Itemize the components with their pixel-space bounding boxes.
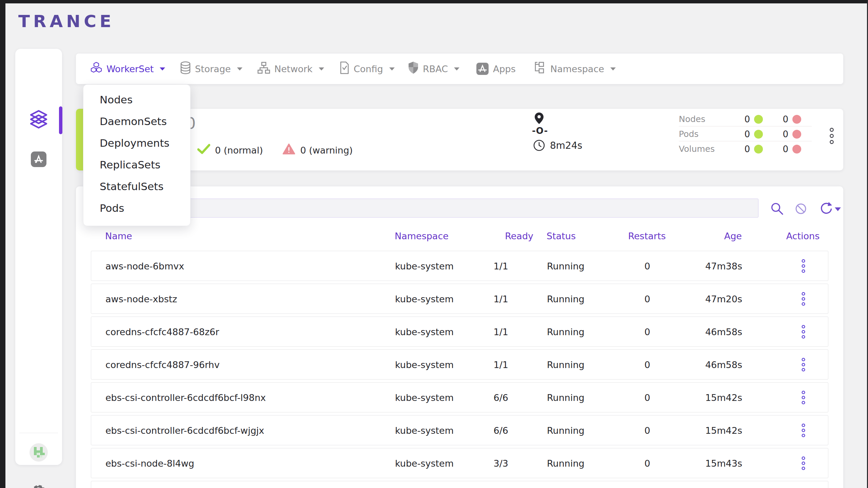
apps-icon: [476, 62, 489, 75]
column-header-ready[interactable]: Ready: [482, 226, 533, 246]
stat-row: Pods 0 0: [679, 126, 812, 141]
pod-age: 47m38s: [681, 251, 742, 281]
pod-status: Running: [547, 251, 622, 281]
table-row[interactable]: ebs-csi-controller-6cdcdf6bcf-l98nx kube…: [91, 382, 828, 412]
refresh-caret-icon[interactable]: [835, 207, 841, 211]
pod-ready: 1/1: [457, 284, 508, 314]
pod-age: 47m20s: [681, 284, 742, 314]
pod-age: 15m42s: [681, 383, 742, 413]
summary-kebab-menu[interactable]: [829, 127, 834, 146]
summary-stats: Nodes 0 0 Pods 0 0 Volumes 0: [679, 111, 812, 156]
sidebar-settings[interactable]: [15, 483, 62, 488]
nav-item-config[interactable]: Config: [339, 54, 395, 84]
menu-item-label: Nodes: [100, 94, 133, 106]
refresh-icon[interactable]: [818, 201, 833, 218]
stat-ok-count: 0: [723, 114, 750, 124]
table-row[interactable]: aws-node-6bmvx kube-system 1/1 Running 0…: [91, 251, 828, 281]
row-kebab-menu[interactable]: [801, 259, 806, 275]
network-icon: [257, 62, 270, 76]
dropdown-menu-item[interactable]: Pods: [83, 197, 190, 219]
normal-count-label: 0 (normal): [215, 145, 263, 156]
app-logo: TRANCE: [18, 12, 115, 31]
row-kebab-menu[interactable]: [801, 292, 806, 308]
pod-name: aws-node-xbstz: [105, 284, 377, 314]
table-row[interactable]: ebs-csi-node-8l4wg kube-system 3/3 Runni…: [91, 448, 828, 478]
column-header-restarts[interactable]: Restarts: [620, 226, 674, 246]
database-icon: [180, 61, 191, 76]
search-icon[interactable]: [770, 201, 785, 218]
chevron-down-icon: [454, 67, 459, 70]
pod-ready: 1/1: [457, 251, 508, 281]
nav-item-rbac[interactable]: RBAC: [408, 54, 459, 84]
sidebar-item-apps[interactable]: [15, 150, 62, 168]
config-doc-icon: [339, 61, 350, 76]
sidebar: [15, 49, 62, 465]
clock-icon: [533, 139, 545, 153]
column-header-namespace[interactable]: Namespace: [395, 226, 490, 246]
column-header-name[interactable]: Name: [105, 226, 376, 246]
pod-age: 46m58s: [681, 317, 742, 347]
dropdown-menu-item[interactable]: StatefulSets: [83, 176, 190, 197]
sidebar-profile[interactable]: [15, 443, 62, 462]
table-row[interactable]: ebs-csi-controller-6cdcdf6bcf-wjgjx kube…: [91, 415, 828, 445]
pod-restarts: 0: [620, 317, 674, 347]
pods-table-card: Name Namespace Ready Status Restarts Age…: [76, 186, 843, 488]
row-kebab-menu[interactable]: [801, 358, 806, 374]
row-kebab-menu[interactable]: [801, 390, 806, 407]
stat-ok-count: 0: [723, 129, 750, 139]
stat-row: Nodes 0 0: [679, 111, 812, 126]
pod-actions-cell: [776, 251, 830, 281]
nav-item-label: Network: [274, 64, 313, 74]
appstore-icon: [31, 151, 46, 167]
warning-triangle-icon: [282, 143, 295, 157]
column-header-actions: Actions: [776, 226, 830, 246]
dropdown-menu-item[interactable]: DaemonSets: [83, 110, 190, 132]
shield-icon: [408, 61, 419, 76]
pod-status: Running: [547, 350, 622, 380]
window-frame-top: [0, 0, 868, 3]
nav-item-namespace[interactable]: Namespace: [533, 54, 616, 84]
nav-item-label: WorkerSet: [106, 64, 154, 74]
table-header-row: Name Namespace Ready Status Restarts Age…: [91, 226, 828, 246]
layers-icon: [29, 110, 48, 131]
pod-ready: 6/6: [457, 415, 508, 446]
column-header-status[interactable]: Status: [547, 226, 621, 246]
table-row[interactable]: aws-node-xbstz kube-system 1/1 Running 0…: [91, 284, 828, 314]
pod-actions-cell: [776, 448, 830, 479]
sidebar-item-workloads[interactable]: [15, 107, 62, 134]
dropdown-menu-item[interactable]: ReplicaSets: [83, 154, 190, 176]
nav-item-workerset[interactable]: WorkerSet: [90, 54, 165, 84]
red-dot: [792, 130, 801, 139]
ban-icon[interactable]: [794, 202, 808, 217]
menu-item-label: StatefulSets: [100, 180, 163, 192]
chevron-down-icon: [610, 67, 616, 70]
pod-name: ebs-csi-controller-6cdcdf6bcf-l98nx: [105, 383, 377, 413]
pod-ready: 6/6: [457, 383, 508, 413]
nav-item-label: Apps: [493, 64, 516, 74]
pod-name: coredns-cfcfc4887-68z6r: [105, 317, 377, 347]
pod-restarts: 0: [620, 448, 674, 479]
row-kebab-menu[interactable]: [801, 423, 806, 440]
dropdown-menu-item[interactable]: Nodes: [83, 89, 190, 110]
table-row[interactable]: coredns-cfcfc4887-96rhv kube-system 1/1 …: [91, 349, 828, 380]
table-row[interactable]: coredns-cfcfc4887-68z6r kube-system 1/1 …: [91, 317, 828, 347]
menu-item-label: Deployments: [100, 137, 170, 149]
pod-ready: 1/1: [457, 317, 508, 347]
pod-age: 15m42s: [681, 415, 742, 446]
nav-item-network[interactable]: Network: [257, 54, 324, 84]
row-kebab-menu[interactable]: [801, 456, 806, 472]
pod-name: ebs-csi-controller-6cdcdf6bcf-wjgjx: [105, 415, 377, 446]
pod-restarts: 0: [620, 284, 674, 314]
dropdown-menu-item[interactable]: Deployments: [83, 132, 190, 154]
chevron-down-icon: [160, 67, 165, 70]
search-input[interactable]: [91, 199, 758, 218]
probe-value: -O-: [532, 126, 548, 136]
menu-item-label: DaemonSets: [100, 115, 167, 127]
nav-item-storage[interactable]: Storage: [180, 54, 242, 84]
chevron-down-icon: [319, 67, 324, 70]
nav-item-apps[interactable]: Apps: [476, 54, 516, 84]
stat-row: Volumes 0 0: [679, 141, 812, 156]
gear-icon: [29, 483, 48, 488]
column-header-age[interactable]: Age: [681, 226, 742, 246]
row-kebab-menu[interactable]: [801, 325, 806, 341]
